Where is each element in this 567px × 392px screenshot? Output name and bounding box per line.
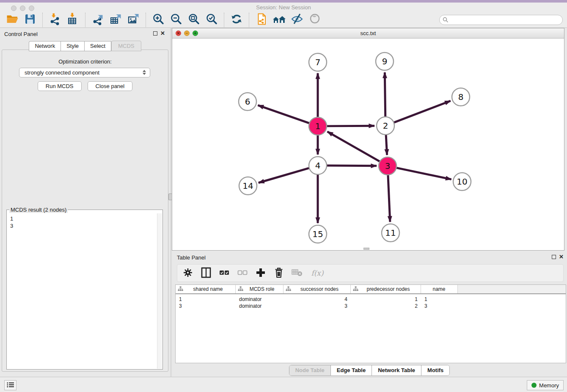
graph-node-label-6: 6 <box>245 97 250 107</box>
control-panel-header: Control Panel ✕ <box>0 28 170 40</box>
result-scrollbar[interactable] <box>157 213 162 369</box>
cell-successor-nodes: 3 <box>284 303 351 309</box>
network-graph: 1234678910111415 <box>172 39 564 250</box>
cell-mcds-role: dominator <box>236 303 284 309</box>
save-session-button[interactable] <box>24 14 36 26</box>
run-mcds-button[interactable]: Run MCDS <box>38 81 82 91</box>
cell-successor-nodes: 4 <box>284 296 351 303</box>
tab-style[interactable]: Style <box>61 41 84 51</box>
tree-icon <box>238 286 243 293</box>
toolbar-separator <box>146 13 146 27</box>
deselect-all-button[interactable] <box>236 267 249 279</box>
graph-node-label-9: 9 <box>382 56 388 66</box>
clone-network-button[interactable] <box>255 14 268 26</box>
zoom-fit-button[interactable] <box>187 14 200 26</box>
function-builder-button[interactable]: f(x) <box>309 267 326 279</box>
tab-node-table[interactable]: Node Table <box>289 365 331 375</box>
float-panel-icon[interactable] <box>153 31 157 36</box>
graph-edge-3-10[interactable] <box>396 168 451 179</box>
column-header-mcds-role[interactable]: MCDS role <box>236 285 284 293</box>
table-tabs: Node Table Edge Table Network Table Moti… <box>172 365 567 376</box>
home-layout-button[interactable] <box>273 14 286 26</box>
criterion-value: strongly connected component <box>25 69 99 76</box>
graph-node-label-1: 1 <box>315 121 321 131</box>
delete-table-button[interactable] <box>291 267 303 279</box>
tab-edge-table[interactable]: Edge Table <box>331 365 372 375</box>
network-canvas[interactable]: 1234678910111415 <box>172 39 564 250</box>
export-image-icon <box>127 13 140 27</box>
table-header-row: shared name MCDS role successor nodes pr… <box>176 285 566 294</box>
control-panel-title: Control Panel <box>4 31 38 37</box>
search-input[interactable] <box>439 15 563 25</box>
export-network-button[interactable] <box>91 14 104 26</box>
import-table-button[interactable] <box>66 14 79 26</box>
cell-shared-name: 1 <box>176 296 236 303</box>
create-column-button[interactable] <box>254 267 267 279</box>
fx-icon: f(x) <box>311 269 323 277</box>
graph-edge-2-9[interactable] <box>385 72 385 117</box>
toolbar-separator <box>42 13 43 27</box>
network-view-window: ✕ − + scc.txt 1234678910111415 <box>172 28 564 251</box>
export-image-button[interactable] <box>127 14 140 26</box>
tab-network[interactable]: Network <box>29 41 61 51</box>
status-bar: Memory <box>0 377 567 392</box>
column-header-shared-name[interactable]: shared name <box>176 285 236 293</box>
tree-icon <box>178 286 183 293</box>
control-panel: Control Panel ✕ Network Style Select MCD… <box>0 28 170 377</box>
graph-edge-2-3[interactable] <box>386 134 387 155</box>
import-network-button[interactable] <box>49 14 61 26</box>
memory-label: Memory <box>539 382 559 389</box>
zoom-in-icon <box>152 13 165 27</box>
graph-node-label-2: 2 <box>383 121 388 131</box>
show-hide-button[interactable] <box>308 14 321 26</box>
tab-mcds[interactable]: MCDS <box>111 41 141 51</box>
graph-node-label-14: 14 <box>242 181 253 191</box>
zoom-selected-button[interactable] <box>205 14 218 26</box>
zoom-out-button[interactable] <box>170 14 182 26</box>
graph-edge-4-14[interactable] <box>259 168 310 183</box>
canvas-grip[interactable] <box>363 248 369 250</box>
hide-panel-button[interactable] <box>291 14 303 26</box>
table-row[interactable]: 3 dominator 3 2 3 <box>176 303 566 309</box>
graph-edge-1-2[interactable] <box>326 126 374 126</box>
table-row[interactable]: 1 dominator 4 1 1 <box>176 296 566 303</box>
cell-name: 1 <box>421 296 458 303</box>
graph-edge-3-11[interactable] <box>388 174 390 222</box>
graph-edge-1-6[interactable] <box>258 105 310 124</box>
tab-network-table[interactable]: Network Table <box>372 365 421 375</box>
header-filler <box>458 285 566 293</box>
graph-edge-3-1[interactable] <box>328 132 380 162</box>
select-stepper-icon <box>143 70 146 75</box>
tab-select[interactable]: Select <box>84 41 111 51</box>
table-panel: Table Panel ✕ f(x) <box>172 251 567 377</box>
delete-column-button[interactable] <box>272 267 285 279</box>
graph-edge-4-3[interactable] <box>326 166 377 166</box>
open-session-button[interactable] <box>6 14 19 26</box>
window-title: Session: New Session <box>0 4 567 11</box>
column-header-successor-nodes[interactable]: successor nodes <box>284 285 351 293</box>
column-header-name[interactable]: name <box>421 285 458 293</box>
memory-button[interactable]: Memory <box>527 380 564 390</box>
graph-node-label-3: 3 <box>385 161 391 171</box>
close-panel-icon[interactable]: ✕ <box>160 30 165 36</box>
table-float-icon[interactable] <box>552 255 556 259</box>
export-table-button[interactable] <box>109 14 122 26</box>
optimization-criterion-label: Optimization criterion: <box>2 58 168 65</box>
table-settings-button[interactable] <box>182 267 194 279</box>
apply-layout-button[interactable] <box>230 14 243 26</box>
select-all-button[interactable] <box>218 267 231 279</box>
mcds-result-list[interactable]: 1 3 <box>7 213 157 369</box>
column-header-predecessor-nodes[interactable]: predecessor nodes <box>351 285 421 293</box>
criterion-select[interactable]: strongly connected component <box>19 68 150 77</box>
table-close-icon[interactable]: ✕ <box>559 254 564 260</box>
network-window-titlebar: ✕ − + scc.txt <box>172 28 564 39</box>
graph-edge-2-8[interactable] <box>394 101 451 123</box>
zoom-in-button[interactable] <box>152 14 165 26</box>
mcds-tab-content: Optimization criterion: strongly connect… <box>2 50 168 372</box>
tab-motifs[interactable]: Motifs <box>421 365 449 375</box>
close-panel-button[interactable]: Close panel <box>88 81 133 91</box>
task-history-button[interactable] <box>4 380 17 390</box>
zoom-fit-icon <box>187 13 200 27</box>
trash-icon <box>274 267 284 279</box>
show-columns-button[interactable] <box>200 267 212 279</box>
